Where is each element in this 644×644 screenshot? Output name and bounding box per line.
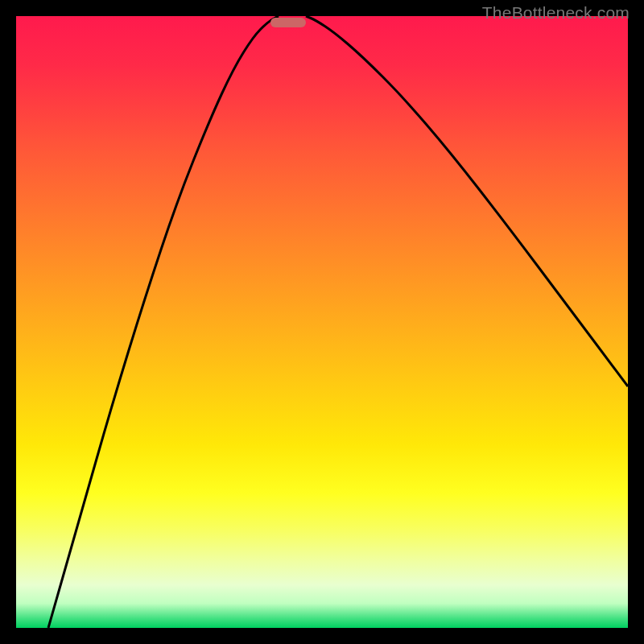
bottleneck-marker — [270, 18, 306, 27]
plot-area — [16, 16, 628, 628]
chart-container: TheBottleneck.com — [0, 0, 644, 644]
watermark-text: TheBottleneck.com — [482, 3, 630, 23]
